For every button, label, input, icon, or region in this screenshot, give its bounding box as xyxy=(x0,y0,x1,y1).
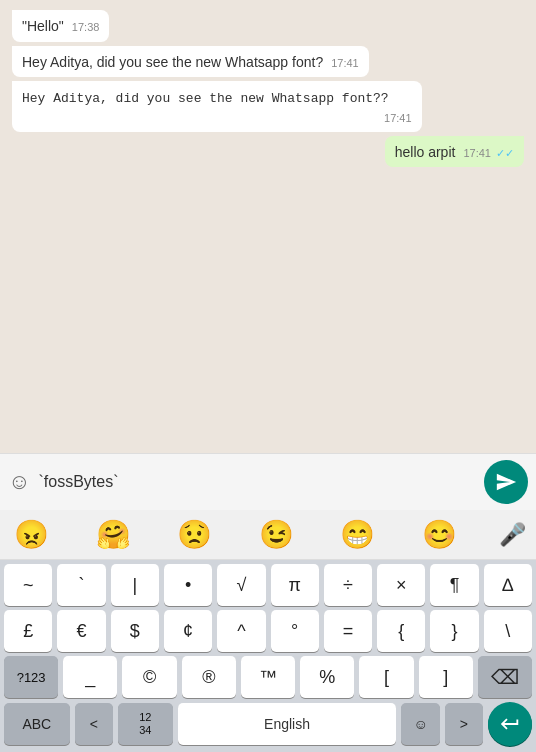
emoji-button[interactable]: ☺ xyxy=(8,469,30,495)
emoji-item[interactable]: 😉 xyxy=(255,516,298,553)
key-÷[interactable]: ÷ xyxy=(324,564,372,606)
key-°[interactable]: ° xyxy=(271,610,319,652)
key-][interactable]: ] xyxy=(419,656,473,698)
key-•[interactable]: • xyxy=(164,564,212,606)
key-π[interactable]: π xyxy=(271,564,319,606)
keyboard: ~`|•√π÷×¶∆ £€$¢^°={}\ ?123_©®™%[]⌫ ABC<1… xyxy=(0,560,536,752)
chat-bubble: "Hello"17:38 xyxy=(12,10,109,42)
gt-key[interactable]: > xyxy=(445,703,483,745)
enter-key[interactable] xyxy=(488,702,532,746)
message-time: 17:41 xyxy=(384,111,412,126)
emoji-item[interactable]: 😊 xyxy=(418,516,461,553)
emoji-item[interactable]: 😁 xyxy=(336,516,379,553)
emoji-row: 😠🤗😟😉😁😊 🎤 xyxy=(0,510,536,560)
key-£[interactable]: £ xyxy=(4,610,52,652)
message-row: Hey Aditya, did you see the new Whatsapp… xyxy=(12,81,524,132)
message-row: "Hello"17:38 xyxy=(12,10,524,42)
key-^[interactable]: ^ xyxy=(217,610,265,652)
lt-key[interactable]: < xyxy=(75,703,113,745)
message-time: 17:41 xyxy=(331,56,359,71)
key-_[interactable]: _ xyxy=(63,656,117,698)
bubble-text: "Hello" xyxy=(22,18,64,34)
bubble-text: Hey Aditya, did you see the new Whatsapp… xyxy=(22,54,323,70)
key-{[interactable]: { xyxy=(377,610,425,652)
message-time: 17:38 xyxy=(72,20,100,35)
key-$[interactable]: $ xyxy=(111,610,159,652)
bubble-text: hello arpit xyxy=(395,144,456,160)
emoji-item[interactable]: 🤗 xyxy=(92,516,135,553)
message-time: 17:41 ✓✓ xyxy=(463,146,514,161)
emoji-item[interactable]: 😟 xyxy=(173,516,216,553)
abc-key[interactable]: ABC xyxy=(4,703,70,745)
message-row: hello arpit17:41 ✓✓ xyxy=(12,136,524,168)
spacebar[interactable]: English xyxy=(178,703,397,745)
key-©[interactable]: © xyxy=(122,656,176,698)
mic-button[interactable]: 🎤 xyxy=(499,522,526,548)
key-®[interactable]: ® xyxy=(182,656,236,698)
key-¶[interactable]: ¶ xyxy=(430,564,478,606)
chat-bubble: hello arpit17:41 ✓✓ xyxy=(385,136,524,168)
keyboard-row-1: ~`|•√π÷×¶∆ xyxy=(0,560,536,606)
message-row: Hey Aditya, did you see the new Whatsapp… xyxy=(12,46,524,78)
keyboard-row-2: £€$¢^°={}\ xyxy=(0,606,536,652)
key-¢[interactable]: ¢ xyxy=(164,610,212,652)
send-button[interactable] xyxy=(484,460,528,504)
key-%[interactable]: % xyxy=(300,656,354,698)
emoji-face-key[interactable]: ☺ xyxy=(401,703,439,745)
key-€[interactable]: € xyxy=(57,610,105,652)
key-×[interactable]: × xyxy=(377,564,425,606)
key-~[interactable]: ~ xyxy=(4,564,52,606)
emoji-item[interactable]: 😠 xyxy=(10,516,53,553)
key-™[interactable]: ™ xyxy=(241,656,295,698)
key-}[interactable]: } xyxy=(430,610,478,652)
chat-bubble: Hey Aditya, did you see the new Whatsapp… xyxy=(12,46,369,78)
bubble-text: Hey Aditya, did you see the new Whatsapp… xyxy=(22,91,389,106)
key-√[interactable]: √ xyxy=(217,564,265,606)
chat-bubble: Hey Aditya, did you see the new Whatsapp… xyxy=(12,81,422,132)
keyboard-bottom-row: ABC<1234English☺> xyxy=(0,698,536,752)
key-∆[interactable]: ∆ xyxy=(484,564,532,606)
nums-key[interactable]: 1234 xyxy=(118,703,173,745)
key-\[interactable]: \ xyxy=(484,610,532,652)
key-⌫[interactable]: ⌫ xyxy=(478,656,532,698)
input-bar: ☺ xyxy=(0,453,536,510)
message-input[interactable] xyxy=(38,473,476,491)
key-=[interactable]: = xyxy=(324,610,372,652)
key-[[interactable]: [ xyxy=(359,656,413,698)
key-?123[interactable]: ?123 xyxy=(4,656,58,698)
chat-area: "Hello"17:38Hey Aditya, did you see the … xyxy=(0,0,536,453)
message-ticks: ✓✓ xyxy=(493,147,514,159)
keyboard-row-3: ?123_©®™%[]⌫ xyxy=(0,652,536,698)
key-|[interactable]: | xyxy=(111,564,159,606)
key-`[interactable]: ` xyxy=(57,564,105,606)
